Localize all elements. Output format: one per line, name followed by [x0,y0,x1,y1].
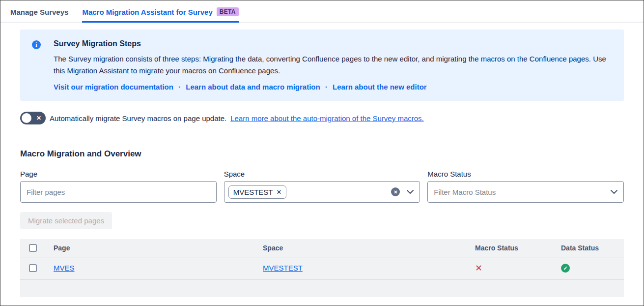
page-link[interactable]: MVES [54,264,75,272]
actions-bar: Migrate selected pages [20,212,624,229]
new-editor-link[interactable]: Learn about the new editor [333,83,427,91]
chevron-down-icon[interactable] [407,190,414,194]
space-filter-group: Space MVESTEST ✕ ✕ [224,170,420,203]
row-select-checkbox[interactable] [29,264,37,272]
select-all-checkbox[interactable] [29,244,37,252]
column-header-space: Space [263,244,475,252]
auto-migrate-row: ✕ Automatically migrate Survey macros on… [20,112,624,124]
beta-badge: BETA [217,7,239,16]
tab-macro-migration-assistant[interactable]: Macro Migration Assistant for Survey BET… [82,7,238,23]
page-filter-group: Page [20,170,217,203]
macro-status-field-controls [611,190,617,194]
toggle-off-icon: ✕ [36,115,41,122]
link-separator: · [178,83,181,91]
row-page-cell: MVES [54,264,263,273]
table-header-row: Page Space Macro Status Data Status [20,239,624,257]
space-chip-label: MVESTEST [233,188,273,196]
survey-migration-info-panel: i Survey Migration Steps The Survey migr… [20,30,624,101]
tab-macro-migration-assistant-label: Macro Migration Assistant for Survey [82,8,212,16]
space-field-controls: ✕ [391,187,414,196]
space-link[interactable]: MVESTEST [263,264,303,272]
page-filter-field [20,181,217,203]
auto-migrate-label: Automatically migrate Survey macros on p… [50,114,226,122]
row-data-status-cell: ✓ [561,264,624,273]
info-panel-body: Survey Migration Steps The Survey migrat… [54,39,612,91]
tab-bar: Manage Surveys Macro Migration Assistant… [0,0,644,23]
tab-manage-surveys-label: Manage Surveys [10,8,68,16]
space-filter-label: Space [224,170,420,178]
filter-bar: Page Space MVESTEST ✕ ✕ [20,170,624,203]
clear-all-icon[interactable]: ✕ [391,187,400,196]
info-icon: i [32,40,41,49]
space-selected-chip: MVESTEST ✕ [228,185,287,199]
toggle-knob [22,113,31,123]
macro-status-filter-label: Macro Status [427,170,624,178]
data-status-success-icon: ✓ [561,264,570,273]
auto-migrate-toggle[interactable]: ✕ [20,112,46,124]
row-macro-status-cell: ✕ [475,264,561,273]
section-heading: Macro Migration and Overview [20,149,624,159]
header-checkbox-cell [20,244,54,252]
column-header-page: Page [54,244,263,252]
migration-documentation-link[interactable]: Visit our migration documentation [54,83,173,91]
tab-manage-surveys[interactable]: Manage Surveys [10,8,68,23]
info-panel-title: Survey Migration Steps [54,39,612,48]
app-window: Manage Surveys Macro Migration Assistant… [0,0,644,306]
macro-status-placeholder: Filter Macro Status [434,188,611,196]
link-separator: · [325,83,328,91]
info-panel-links: Visit our migration documentation · Lear… [54,83,612,91]
data-macro-migration-link[interactable]: Learn about data and macro migration [186,83,320,91]
chip-remove-icon[interactable]: ✕ [277,188,282,196]
row-checkbox-cell [20,264,54,272]
table-row: MVES MVESTEST ✕ ✓ [20,257,624,279]
info-panel-text: The Survey migration consists of three s… [54,53,612,77]
macro-status-filter-select[interactable]: Filter Macro Status [427,181,624,203]
page-filter-label: Page [20,170,217,178]
macro-status-filter-group: Macro Status Filter Macro Status [427,170,624,203]
row-space-cell: MVESTEST [263,264,475,273]
migration-table: Page Space Macro Status Data Status MVES… [20,239,624,297]
column-header-macro-status: Macro Status [475,244,561,252]
auto-migration-learn-more-link[interactable]: Learn more about the auto-migration of t… [230,114,424,122]
table-footer-spacer [20,279,624,297]
chevron-down-icon[interactable] [611,190,617,194]
space-filter-select[interactable]: MVESTEST ✕ ✕ [224,181,420,203]
page-filter-input[interactable] [27,188,210,196]
column-header-data-status: Data Status [561,244,624,252]
macro-status-failed-icon: ✕ [475,263,482,273]
migrate-selected-pages-button[interactable]: Migrate selected pages [20,212,112,229]
